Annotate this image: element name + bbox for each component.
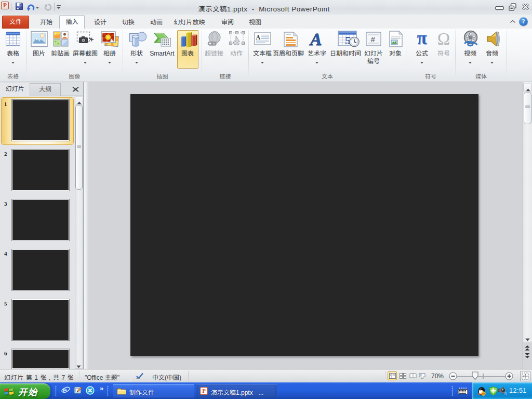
svg-text:A: A (309, 31, 322, 47)
svg-text:e: e (62, 385, 67, 394)
svg-text:A: A (256, 34, 261, 41)
svg-text:#: # (371, 35, 376, 44)
